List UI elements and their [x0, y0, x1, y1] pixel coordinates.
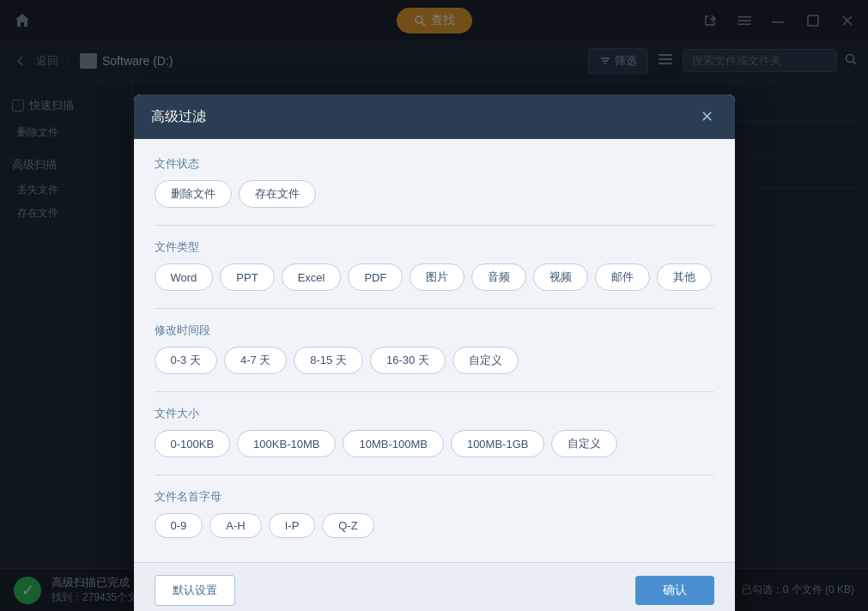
tag-existing-file[interactable]: 存在文件: [239, 180, 316, 208]
modal-footer: 默认设置 确认: [134, 562, 735, 611]
file-name-tags: 0-9 A-H I-P Q-Z: [155, 513, 714, 538]
divider-2: [155, 308, 714, 309]
tag-excel[interactable]: Excel: [282, 263, 342, 291]
divider-4: [155, 475, 714, 475]
file-status-title: 文件状态: [155, 156, 714, 172]
tag-i-p[interactable]: I-P: [269, 513, 316, 538]
tag-word[interactable]: Word: [155, 263, 214, 291]
tag-pdf[interactable]: PDF: [348, 263, 403, 291]
tag-audio[interactable]: 音频: [471, 263, 526, 291]
file-status-tags: 删除文件 存在文件: [155, 180, 714, 208]
tag-0-9[interactable]: 0-9: [155, 513, 203, 538]
tag-0-100kb[interactable]: 0-100KB: [155, 430, 231, 457]
tag-0-3days[interactable]: 0-3 天: [155, 347, 217, 374]
tag-16-30days[interactable]: 16-30 天: [370, 347, 446, 374]
file-size-tags: 0-100KB 100KB-10MB 10MB-100MB 100MB-1GB …: [155, 430, 714, 457]
modal-overlay: 高级过滤 ✕ 文件状态 删除文件 存在文件 文件类型 Word PP: [0, 0, 868, 611]
tag-8-15days[interactable]: 8-15 天: [294, 347, 363, 374]
file-name-title: 文件名首字母: [155, 489, 714, 505]
default-settings-button[interactable]: 默认设置: [155, 575, 235, 606]
tag-deleted-file[interactable]: 删除文件: [155, 180, 232, 208]
tag-custom-size[interactable]: 自定义: [551, 430, 617, 457]
modal-body: 文件状态 删除文件 存在文件 文件类型 Word PPT Excel PDF 图…: [134, 139, 735, 562]
modify-time-tags: 0-3 天 4-7 天 8-15 天 16-30 天 自定义: [155, 347, 714, 374]
tag-q-z[interactable]: Q-Z: [322, 513, 373, 538]
file-type-tags: Word PPT Excel PDF 图片 音频 视频 邮件 其他: [155, 263, 714, 291]
divider-3: [155, 391, 714, 392]
tag-100kb-10mb[interactable]: 100KB-10MB: [237, 430, 336, 457]
tag-100mb-1gb[interactable]: 100MB-1GB: [451, 430, 545, 457]
file-name-section: 文件名首字母 0-9 A-H I-P Q-Z: [155, 489, 714, 538]
tag-custom-time[interactable]: 自定义: [452, 347, 519, 374]
file-type-title: 文件类型: [155, 239, 714, 255]
file-size-section: 文件大小 0-100KB 100KB-10MB 10MB-100MB 100MB…: [155, 406, 714, 457]
tag-4-7days[interactable]: 4-7 天: [224, 347, 287, 374]
tag-10mb-100mb[interactable]: 10MB-100MB: [343, 430, 443, 457]
confirm-button[interactable]: 确认: [635, 576, 714, 605]
tag-ppt[interactable]: PPT: [220, 263, 274, 291]
tag-image[interactable]: 图片: [410, 263, 464, 291]
advanced-filter-modal: 高级过滤 ✕ 文件状态 删除文件 存在文件 文件类型 Word PP: [134, 94, 735, 611]
modal-close-button[interactable]: ✕: [697, 106, 718, 127]
modal-title: 高级过滤: [151, 108, 206, 126]
modify-time-section: 修改时间段 0-3 天 4-7 天 8-15 天 16-30 天 自定义: [155, 323, 714, 374]
file-type-section: 文件类型 Word PPT Excel PDF 图片 音频 视频 邮件 其他: [155, 239, 714, 291]
file-size-title: 文件大小: [155, 406, 714, 421]
modify-time-title: 修改时间段: [155, 323, 714, 338]
divider-1: [155, 225, 714, 226]
tag-a-h[interactable]: A-H: [209, 513, 261, 538]
file-status-section: 文件状态 删除文件 存在文件: [155, 156, 714, 208]
tag-other[interactable]: 其他: [657, 263, 712, 291]
tag-video[interactable]: 视频: [533, 263, 588, 291]
modal-header: 高级过滤 ✕: [134, 94, 735, 139]
tag-email[interactable]: 邮件: [595, 263, 650, 291]
